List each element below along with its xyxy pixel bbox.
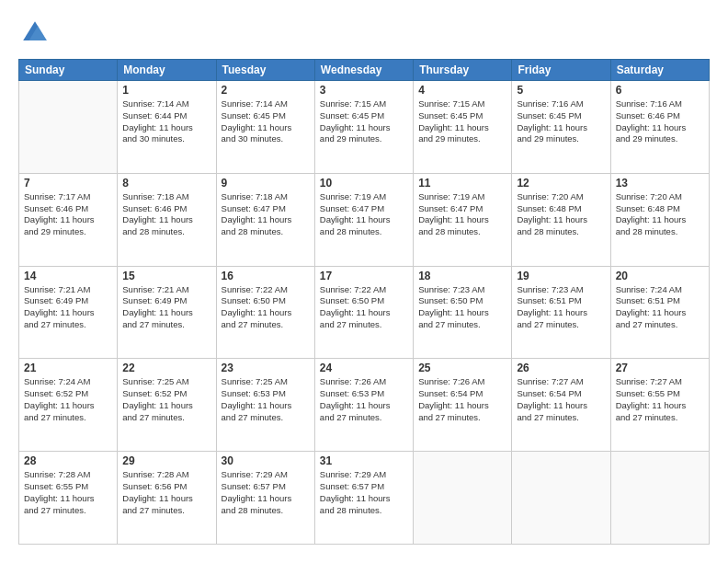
header: [18, 18, 710, 48]
calendar-cell: [512, 452, 610, 545]
day-number: 7: [24, 177, 112, 190]
day-number: 12: [517, 177, 605, 190]
calendar-cell: 23Sunrise: 7:25 AM Sunset: 6:53 PM Dayli…: [216, 359, 314, 452]
day-number: 16: [222, 270, 310, 282]
calendar-cell: [414, 452, 512, 545]
calendar-week-row: 1Sunrise: 7:14 AM Sunset: 6:44 PM Daylig…: [19, 81, 710, 174]
day-info: Sunrise: 7:16 AM Sunset: 6:46 PM Dayligh…: [616, 98, 704, 145]
day-number: 10: [320, 177, 408, 190]
day-info: Sunrise: 7:26 AM Sunset: 6:54 PM Dayligh…: [418, 376, 506, 423]
logo: [18, 18, 50, 48]
day-info: Sunrise: 7:22 AM Sunset: 6:50 PM Dayligh…: [320, 284, 408, 331]
calendar-cell: [610, 452, 709, 545]
calendar-cell: 25Sunrise: 7:26 AM Sunset: 6:54 PM Dayli…: [414, 359, 512, 452]
day-info: Sunrise: 7:29 AM Sunset: 6:57 PM Dayligh…: [320, 469, 408, 516]
day-info: Sunrise: 7:20 AM Sunset: 6:48 PM Dayligh…: [517, 191, 605, 238]
day-info: Sunrise: 7:14 AM Sunset: 6:44 PM Dayligh…: [122, 98, 210, 145]
calendar-cell: 8Sunrise: 7:18 AM Sunset: 6:46 PM Daylig…: [118, 173, 216, 266]
day-number: 17: [320, 270, 408, 282]
day-info: Sunrise: 7:21 AM Sunset: 6:49 PM Dayligh…: [24, 284, 112, 331]
day-number: 14: [24, 270, 112, 282]
day-info: Sunrise: 7:15 AM Sunset: 6:45 PM Dayligh…: [320, 98, 408, 145]
day-info: Sunrise: 7:27 AM Sunset: 6:54 PM Dayligh…: [517, 376, 605, 423]
weekday-header: Tuesday: [216, 60, 314, 81]
day-info: Sunrise: 7:23 AM Sunset: 6:50 PM Dayligh…: [418, 284, 506, 331]
day-number: 15: [122, 270, 210, 282]
day-number: 26: [517, 362, 605, 374]
day-number: 11: [418, 177, 506, 190]
calendar-cell: 29Sunrise: 7:28 AM Sunset: 6:56 PM Dayli…: [118, 452, 216, 545]
day-info: Sunrise: 7:29 AM Sunset: 6:57 PM Dayligh…: [222, 469, 310, 516]
day-number: 1: [122, 84, 210, 97]
calendar-cell: 18Sunrise: 7:23 AM Sunset: 6:50 PM Dayli…: [414, 266, 512, 359]
weekday-header: Thursday: [414, 60, 512, 81]
calendar-cell: 1Sunrise: 7:14 AM Sunset: 6:44 PM Daylig…: [118, 81, 216, 174]
calendar-cell: 28Sunrise: 7:28 AM Sunset: 6:55 PM Dayli…: [19, 452, 118, 545]
day-number: 8: [122, 177, 210, 190]
calendar-header-row: SundayMondayTuesdayWednesdayThursdayFrid…: [19, 60, 710, 81]
day-info: Sunrise: 7:17 AM Sunset: 6:46 PM Dayligh…: [24, 191, 112, 238]
calendar-cell: 14Sunrise: 7:21 AM Sunset: 6:49 PM Dayli…: [19, 266, 118, 359]
day-number: 30: [222, 454, 310, 467]
day-number: 22: [122, 362, 210, 374]
calendar-cell: 19Sunrise: 7:23 AM Sunset: 6:51 PM Dayli…: [512, 266, 610, 359]
calendar-cell: 30Sunrise: 7:29 AM Sunset: 6:57 PM Dayli…: [216, 452, 314, 545]
calendar-cell: 2Sunrise: 7:14 AM Sunset: 6:45 PM Daylig…: [216, 81, 314, 174]
day-info: Sunrise: 7:28 AM Sunset: 6:55 PM Dayligh…: [24, 469, 112, 516]
day-number: 5: [517, 84, 605, 97]
calendar-cell: 20Sunrise: 7:24 AM Sunset: 6:51 PM Dayli…: [610, 266, 709, 359]
calendar: SundayMondayTuesdayWednesdayThursdayFrid…: [18, 59, 710, 545]
day-number: 20: [616, 270, 704, 282]
logo-icon: [20, 18, 50, 48]
calendar-cell: 11Sunrise: 7:19 AM Sunset: 6:47 PM Dayli…: [414, 173, 512, 266]
day-number: 2: [222, 84, 310, 97]
calendar-week-row: 21Sunrise: 7:24 AM Sunset: 6:52 PM Dayli…: [19, 359, 710, 452]
calendar-week-row: 7Sunrise: 7:17 AM Sunset: 6:46 PM Daylig…: [19, 173, 710, 266]
day-number: 28: [24, 454, 112, 467]
day-number: 21: [24, 362, 112, 374]
day-number: 23: [222, 362, 310, 374]
day-number: 6: [616, 84, 704, 97]
calendar-cell: 16Sunrise: 7:22 AM Sunset: 6:50 PM Dayli…: [216, 266, 314, 359]
day-number: 19: [517, 270, 605, 282]
day-number: 9: [222, 177, 310, 190]
calendar-cell: 31Sunrise: 7:29 AM Sunset: 6:57 PM Dayli…: [314, 452, 413, 545]
day-info: Sunrise: 7:25 AM Sunset: 6:52 PM Dayligh…: [122, 376, 210, 423]
day-number: 18: [418, 270, 506, 282]
calendar-cell: 7Sunrise: 7:17 AM Sunset: 6:46 PM Daylig…: [19, 173, 118, 266]
calendar-cell: 10Sunrise: 7:19 AM Sunset: 6:47 PM Dayli…: [314, 173, 413, 266]
day-info: Sunrise: 7:19 AM Sunset: 6:47 PM Dayligh…: [418, 191, 506, 238]
day-info: Sunrise: 7:21 AM Sunset: 6:49 PM Dayligh…: [122, 284, 210, 331]
day-info: Sunrise: 7:26 AM Sunset: 6:53 PM Dayligh…: [320, 376, 408, 423]
calendar-cell: 13Sunrise: 7:20 AM Sunset: 6:48 PM Dayli…: [610, 173, 709, 266]
day-info: Sunrise: 7:22 AM Sunset: 6:50 PM Dayligh…: [222, 284, 310, 331]
calendar-cell: 21Sunrise: 7:24 AM Sunset: 6:52 PM Dayli…: [19, 359, 118, 452]
calendar-cell: [19, 81, 118, 174]
calendar-cell: 17Sunrise: 7:22 AM Sunset: 6:50 PM Dayli…: [314, 266, 413, 359]
day-info: Sunrise: 7:14 AM Sunset: 6:45 PM Dayligh…: [222, 98, 310, 145]
weekday-header: Saturday: [610, 60, 709, 81]
day-info: Sunrise: 7:19 AM Sunset: 6:47 PM Dayligh…: [320, 191, 408, 238]
calendar-cell: 27Sunrise: 7:27 AM Sunset: 6:55 PM Dayli…: [610, 359, 709, 452]
day-number: 29: [122, 454, 210, 467]
day-info: Sunrise: 7:27 AM Sunset: 6:55 PM Dayligh…: [616, 376, 704, 423]
calendar-cell: 24Sunrise: 7:26 AM Sunset: 6:53 PM Dayli…: [314, 359, 413, 452]
day-info: Sunrise: 7:28 AM Sunset: 6:56 PM Dayligh…: [122, 469, 210, 516]
day-info: Sunrise: 7:18 AM Sunset: 6:46 PM Dayligh…: [122, 191, 210, 238]
day-number: 4: [418, 84, 506, 97]
day-number: 13: [616, 177, 704, 190]
day-number: 24: [320, 362, 408, 374]
weekday-header: Wednesday: [314, 60, 413, 81]
calendar-cell: 26Sunrise: 7:27 AM Sunset: 6:54 PM Dayli…: [512, 359, 610, 452]
calendar-cell: 9Sunrise: 7:18 AM Sunset: 6:47 PM Daylig…: [216, 173, 314, 266]
calendar-cell: 3Sunrise: 7:15 AM Sunset: 6:45 PM Daylig…: [314, 81, 413, 174]
calendar-cell: 12Sunrise: 7:20 AM Sunset: 6:48 PM Dayli…: [512, 173, 610, 266]
calendar-cell: 4Sunrise: 7:15 AM Sunset: 6:45 PM Daylig…: [414, 81, 512, 174]
weekday-header: Friday: [512, 60, 610, 81]
weekday-header: Monday: [118, 60, 216, 81]
weekday-header: Sunday: [19, 60, 118, 81]
calendar-body: 1Sunrise: 7:14 AM Sunset: 6:44 PM Daylig…: [19, 81, 710, 545]
day-info: Sunrise: 7:23 AM Sunset: 6:51 PM Dayligh…: [517, 284, 605, 331]
calendar-cell: 15Sunrise: 7:21 AM Sunset: 6:49 PM Dayli…: [118, 266, 216, 359]
day-info: Sunrise: 7:24 AM Sunset: 6:51 PM Dayligh…: [616, 284, 704, 331]
